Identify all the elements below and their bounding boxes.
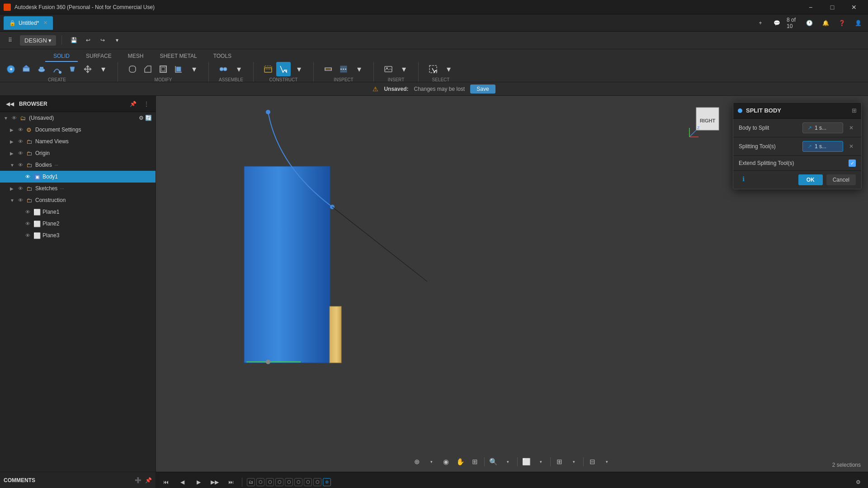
save-button[interactable]: 💾: [67, 34, 80, 47]
visibility-eye-icon[interactable]: 👁: [18, 139, 24, 144]
cancel-button[interactable]: Cancel: [826, 174, 856, 185]
body-to-split-button[interactable]: ↗ 1 s...: [802, 122, 843, 133]
visibility-eye-icon[interactable]: 👁: [25, 209, 32, 215]
timeline-mark-3[interactable]: ⬡: [266, 478, 274, 486]
zoom-dropdown[interactable]: ▾: [502, 455, 514, 468]
new-component-icon[interactable]: ✦: [4, 62, 18, 76]
splitting-tools-clear-button[interactable]: ✕: [847, 142, 856, 151]
orbit-tool[interactable]: ◉: [440, 455, 453, 468]
zoom-tool[interactable]: 🔍: [487, 455, 500, 468]
tree-item-construction[interactable]: ▼ 👁 🗀 Construction: [0, 194, 156, 206]
inspect-dropdown[interactable]: ▾: [352, 62, 366, 76]
user-avatar[interactable]: 👤: [852, 17, 864, 29]
visibility-eye-icon[interactable]: 👁: [25, 174, 32, 179]
select-cursor-icon[interactable]: [426, 62, 440, 76]
assemble-dropdown[interactable]: ▾: [231, 62, 246, 76]
close-button[interactable]: ✕: [844, 0, 864, 14]
tab-surface[interactable]: SURFACE: [78, 51, 120, 62]
section-analysis-icon[interactable]: [336, 62, 351, 76]
fillet-icon[interactable]: [125, 62, 140, 76]
visibility-eye-icon[interactable]: 👁: [18, 186, 24, 191]
minimize-button[interactable]: −: [800, 0, 821, 14]
timeline-last-button[interactable]: ⏭: [225, 476, 237, 488]
tree-item-plane2[interactable]: 👁 ⬜ Plane2: [0, 218, 156, 230]
undo-dropdown[interactable]: ▾: [111, 34, 123, 47]
environment-tool[interactable]: ⊟: [586, 455, 599, 468]
pan-tool[interactable]: ✋: [454, 455, 467, 468]
timeline-first-button[interactable]: ⏮: [160, 476, 172, 488]
tab-close-icon[interactable]: ✕: [43, 20, 47, 26]
visibility-eye-icon[interactable]: 👁: [12, 115, 18, 121]
redo-button[interactable]: ↪: [96, 34, 109, 47]
body-to-split-clear-button[interactable]: ✕: [847, 123, 856, 132]
active-tab[interactable]: 🔒 Untitled* ✕: [4, 16, 53, 30]
maximize-button[interactable]: □: [822, 0, 843, 14]
display-dropdown[interactable]: ▾: [535, 455, 547, 468]
panel-pin-icon[interactable]: ⊞: [852, 107, 857, 114]
visibility-eye-icon[interactable]: 👁: [18, 150, 24, 156]
modify-dropdown[interactable]: ▾: [187, 62, 201, 76]
undo-button[interactable]: ↩: [82, 34, 94, 47]
help-icon[interactable]: ❓: [835, 17, 848, 29]
timeline-settings-button[interactable]: ⚙: [852, 476, 864, 488]
chamfer-icon[interactable]: [141, 62, 155, 76]
timeline-mark-5[interactable]: ⬡: [285, 478, 293, 486]
move-icon[interactable]: [80, 62, 95, 76]
grid-tool[interactable]: ⊞: [553, 455, 566, 468]
sidebar-menu-button[interactable]: ⋮: [141, 99, 152, 109]
timeline-mark-8[interactable]: ⬡: [313, 478, 321, 486]
tab-sheet-metal[interactable]: SHEET METAL: [151, 51, 205, 62]
tree-item-origin[interactable]: ▶ 👁 🗀 Origin: [0, 147, 156, 159]
shell-icon[interactable]: [156, 62, 170, 76]
tree-item-unsaved[interactable]: ▼ 👁 🗂 (Unsaved) ⚙ 🔄: [0, 112, 156, 124]
sidebar-pin-button[interactable]: 📌: [127, 99, 138, 109]
visibility-eye-icon[interactable]: 👁: [25, 221, 32, 226]
tab-mesh[interactable]: MESH: [120, 51, 152, 62]
viewport[interactable]: RIGHT Z SPLIT BODY ⊞ Body to Split ↗ 1 s…: [156, 96, 868, 472]
offset-plane-icon[interactable]: [261, 62, 275, 76]
timeline-mark-1[interactable]: 🗂: [247, 478, 255, 486]
display-mode-tool[interactable]: ⬜: [520, 455, 533, 468]
timeline-mark-7[interactable]: ⬡: [304, 478, 312, 486]
extend-splitting-checkbox[interactable]: ✓: [849, 160, 856, 167]
extrude-icon[interactable]: [19, 62, 33, 76]
tree-item-body1[interactable]: 👁 ▣ Body1: [0, 171, 156, 183]
sweep-icon[interactable]: [50, 62, 64, 76]
gear-settings-icon[interactable]: ⚙: [139, 115, 144, 121]
sidebar-collapse-button[interactable]: ◀◀: [4, 98, 16, 110]
chat-button[interactable]: 💬: [770, 17, 783, 29]
tree-item-sketches[interactable]: ▶ 👁 🗀 Sketches ···: [0, 183, 156, 194]
timeline-prev-button[interactable]: ◀: [176, 476, 189, 488]
timeline-play-button[interactable]: ▶: [192, 476, 205, 488]
grid-dropdown[interactable]: ▾: [568, 455, 580, 468]
look-tool[interactable]: ⊞: [469, 455, 481, 468]
construct-dropdown[interactable]: ▾: [292, 62, 306, 76]
timeline-next-button[interactable]: ▶▶: [208, 476, 221, 488]
splitting-tools-button[interactable]: ↗ 1 s...: [802, 141, 843, 152]
info-icon[interactable]: ℹ: [739, 174, 748, 183]
visibility-eye-icon[interactable]: 👁: [18, 127, 24, 132]
insert-image-icon[interactable]: [381, 62, 396, 76]
comments-add-button[interactable]: ➕: [135, 477, 142, 483]
construct-cursor-icon[interactable]: [276, 62, 291, 76]
environment-dropdown[interactable]: ▾: [601, 455, 613, 468]
create-dropdown[interactable]: ▾: [96, 62, 110, 76]
measure-icon[interactable]: [321, 62, 335, 76]
insert-dropdown[interactable]: ▾: [396, 62, 411, 76]
timeline-mark-6[interactable]: ⬡: [294, 478, 302, 486]
loft-icon[interactable]: [65, 62, 80, 76]
snap-dropdown[interactable]: ▾: [425, 455, 438, 468]
snap-tool[interactable]: ⊕: [411, 455, 424, 468]
timeline-mark-4[interactable]: ⬡: [275, 478, 283, 486]
select-dropdown[interactable]: ▾: [441, 62, 456, 76]
tab-tools[interactable]: TOOLS: [205, 51, 240, 62]
tree-item-plane3[interactable]: 👁 ⬜ Plane3: [0, 230, 156, 241]
tree-item-plane1[interactable]: 👁 ⬜ Plane1: [0, 206, 156, 218]
notifications-icon[interactable]: 🔔: [819, 17, 832, 29]
new-tab-button[interactable]: +: [754, 17, 767, 29]
visibility-eye-icon[interactable]: 👁: [18, 197, 24, 203]
visibility-eye-icon[interactable]: 👁: [25, 233, 32, 238]
tree-item-named-views[interactable]: ▶ 👁 🗀 Named Views: [0, 136, 156, 147]
timeline-mark-9[interactable]: ⊕: [323, 478, 331, 486]
design-mode-button[interactable]: DESIGN ▾: [20, 35, 56, 46]
